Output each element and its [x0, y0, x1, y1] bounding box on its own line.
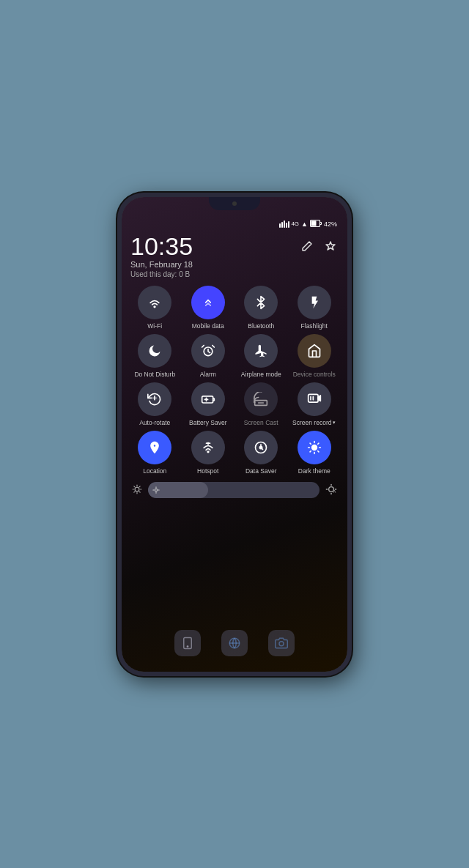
notch — [209, 197, 260, 210]
svg-line-30 — [310, 443, 311, 444]
status-bar: 4G ▲ 42% — [122, 218, 347, 231]
svg-point-43 — [155, 489, 157, 492]
mobile-data-circle — [191, 286, 225, 319]
tile-wifi[interactable]: Wi-Fi — [130, 286, 180, 330]
svg-rect-1 — [281, 222, 283, 228]
header-icons — [299, 238, 339, 254]
location-label: Location — [143, 467, 166, 475]
dnd-circle — [138, 334, 171, 368]
bluetooth-label: Bluetooth — [248, 322, 274, 330]
date-display: Sun, February 18 — [130, 260, 193, 269]
flashlight-circle — [298, 286, 331, 319]
battery-saver-label: Battery Saver — [189, 419, 227, 426]
tile-auto-rotate[interactable]: Auto-rotate — [130, 382, 180, 426]
tiles-grid: Wi-Fi Mobile data Bluetooth — [130, 286, 339, 475]
notch-bar — [122, 197, 347, 218]
edit-icon[interactable] — [299, 238, 315, 254]
airplane-circle — [244, 334, 278, 368]
dock-phone-icon[interactable] — [174, 630, 201, 656]
svg-rect-0 — [279, 223, 281, 228]
data-saver-label: Data Saver — [245, 467, 277, 475]
tile-screen-record[interactable]: Screen record ▾ — [290, 382, 339, 426]
svg-point-24 — [260, 446, 262, 448]
tile-dark-theme[interactable]: Dark theme — [290, 431, 339, 475]
svg-line-31 — [318, 451, 319, 452]
svg-point-55 — [187, 646, 188, 648]
battery-percent: 42% — [324, 220, 337, 228]
header-row: 10:35 Sun, February 18 Used this day: 0 … — [130, 234, 339, 278]
svg-rect-3 — [286, 223, 287, 228]
screen-record-circle — [298, 382, 331, 416]
screen-cast-label: Screen Cast — [244, 419, 278, 426]
tile-location[interactable]: Location — [130, 431, 180, 475]
alarm-circle — [191, 334, 225, 368]
brightness-slider[interactable] — [148, 482, 320, 498]
tile-flashlight[interactable]: Flashlight — [290, 286, 339, 330]
dnd-label: Do Not Disturb — [134, 371, 175, 378]
dock-camera-icon[interactable] — [268, 630, 295, 656]
tile-hotspot[interactable]: Hotspot — [184, 431, 233, 475]
screen-record-label: Screen record — [292, 419, 331, 426]
brightness-min-icon — [132, 484, 142, 497]
alarm-label: Alarm — [200, 371, 216, 378]
svg-line-42 — [139, 486, 140, 487]
dark-theme-circle — [298, 431, 331, 464]
hotspot-circle — [191, 431, 225, 464]
svg-point-19 — [153, 444, 156, 447]
dock-browser-icon[interactable] — [221, 630, 248, 656]
tile-airplane[interactable]: Airplane mode — [237, 334, 286, 378]
svg-text:A: A — [333, 489, 336, 494]
brightness-fill — [148, 482, 208, 498]
svg-rect-2 — [284, 220, 285, 228]
camera — [232, 201, 237, 206]
device-controls-circle — [298, 334, 331, 368]
svg-line-32 — [310, 451, 311, 452]
svg-point-25 — [311, 445, 317, 450]
svg-line-41 — [134, 492, 135, 492]
screen-record-dropdown-arrow: ▾ — [333, 420, 336, 426]
phone-frame: 4G ▲ 42% 10:35 Sun, February 18 Used thi… — [117, 193, 352, 676]
svg-rect-6 — [311, 220, 316, 226]
location-circle — [138, 431, 171, 464]
battery-icon — [310, 220, 322, 229]
data-saver-circle — [244, 431, 278, 464]
tile-do-not-disturb[interactable]: Do Not Disturb — [130, 334, 180, 378]
volume-up-button[interactable] — [117, 344, 119, 380]
tile-screen-cast[interactable]: Screen Cast — [237, 382, 286, 426]
network-type: 4G — [279, 220, 299, 228]
svg-point-20 — [207, 451, 209, 453]
svg-marker-7 — [326, 242, 335, 250]
tile-battery-saver[interactable]: Battery Saver — [184, 382, 233, 426]
brightness-settings-icon[interactable] — [322, 238, 339, 254]
battery-saver-circle — [191, 382, 225, 416]
power-button[interactable] — [350, 329, 352, 358]
svg-line-39 — [134, 486, 135, 487]
time-date-block: 10:35 Sun, February 18 Used this day: 0 … — [130, 234, 193, 278]
data-usage: Used this day: 0 B — [130, 270, 193, 278]
brightness-auto-icon[interactable]: A — [325, 483, 337, 497]
phone-screen: 4G ▲ 42% 10:35 Sun, February 18 Used thi… — [122, 197, 347, 672]
time-display: 10:35 — [130, 234, 193, 259]
svg-line-33 — [318, 443, 319, 444]
wifi-label: Wi-Fi — [147, 322, 162, 330]
tile-bluetooth[interactable]: Bluetooth — [237, 286, 286, 330]
auto-rotate-label: Auto-rotate — [139, 419, 170, 426]
tile-alarm[interactable]: Alarm — [184, 334, 233, 378]
screen-content: 10:35 Sun, February 18 Used this day: 0 … — [122, 231, 347, 672]
mobile-data-label: Mobile data — [192, 322, 224, 330]
svg-point-58 — [279, 642, 284, 646]
screen-cast-circle — [244, 382, 278, 416]
brightness-row: A — [130, 482, 339, 498]
svg-point-34 — [135, 487, 139, 492]
bottom-dock — [130, 626, 339, 666]
wifi-circle — [138, 286, 171, 319]
signal-icon: ▲ — [301, 220, 308, 228]
dark-theme-label: Dark theme — [298, 467, 330, 475]
svg-line-40 — [139, 492, 140, 492]
tile-data-saver[interactable]: Data Saver — [237, 431, 286, 475]
svg-rect-4 — [288, 221, 289, 228]
volume-button[interactable] — [350, 366, 352, 409]
airplane-label: Airplane mode — [241, 371, 281, 378]
tile-mobile-data[interactable]: Mobile data — [184, 286, 233, 330]
tile-device-controls[interactable]: Device controls — [290, 334, 339, 378]
